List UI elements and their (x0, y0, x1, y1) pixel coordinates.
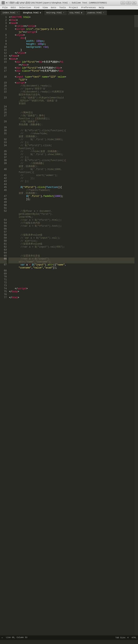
editor[interactable]: 1234567891011121314151617181920212223242… (0, 15, 138, 636)
tab-yuansu-html[interactable]: yuansu.html× (85, 10, 107, 15)
code-line[interactable]: // $("#first").click(function(){ (8, 129, 135, 132)
code-line[interactable]: $("#first").click(function(){ (8, 186, 135, 189)
menu-selection[interactable]: Selection (18, 6, 32, 9)
code-line-wrap[interactable]: function（）{实际内容}); (8, 117, 135, 120)
code-line-wrap[interactable]: ></div> (8, 64, 135, 66)
code-line[interactable]: //var a = $("#first").html(); (8, 219, 135, 222)
code-line[interactable]: <body> (8, 58, 135, 61)
code-line-wrap[interactable]: ,找到id=""的那行代码.'选择器'非 (8, 100, 135, 102)
code-line[interactable]: //var a = $("input"). (8, 258, 135, 260)
code-line[interactable]: <head> (8, 22, 135, 25)
code-line[interactable] (8, 248, 135, 252)
code-line-wrap[interactable]: js"></script> (8, 31, 135, 34)
code-line[interactable]: </head> (8, 55, 135, 58)
code-line[interactable]: //$(document).ready(); (8, 84, 135, 88)
code-line[interactable]: //'jquery'同等于'$' (8, 88, 135, 90)
code-line[interactable]: // }); (8, 180, 135, 183)
code-line[interactable] (8, 293, 135, 296)
code-area[interactable]: <!DOCTYPE html><html><head> <title></tit… (8, 15, 135, 636)
code-line[interactable]: // var a = $("input").val(); (8, 236, 135, 240)
code-line[interactable] (8, 106, 135, 108)
tab-donghua-html[interactable]: donghua.html (21, 10, 44, 15)
code-line-wrap[interactable]: > (8, 72, 135, 76)
code-line[interactable]: // //回调函数( (8, 162, 135, 165)
code-line-wrap[interactable]: 常强悍 (8, 102, 135, 106)
code-line-wrap[interactable]: 速度，回调函数)； (8, 192, 135, 195)
code-line[interactable]: //$(document).ready():代表网页加 (8, 90, 135, 94)
code-line[interactable]: <script src="./js/jquery-3.1.1.min. (8, 28, 135, 31)
status-line-col[interactable]: Line 66, Column 53 (6, 636, 27, 639)
code-line[interactable]: var a = $("input").attr({"name", (8, 264, 135, 266)
code-line-wrap[interactable]: 速度，回调函数)； (8, 165, 135, 168)
code-line-wrap[interactable]: "usename","value","asad"}); (8, 266, 135, 270)
tab-close-icon[interactable]: × (17, 12, 18, 14)
code-line[interactable]: } (8, 49, 135, 52)
code-line[interactable]: // alert('women'); (8, 174, 135, 177)
code-line[interactable] (8, 207, 135, 210)
code-line[interactable] (8, 231, 135, 234)
code-line[interactable]: //提取表单value值 (8, 234, 135, 236)
code-line-wrap[interactable]: function(){ (8, 171, 135, 174)
code-line[interactable]: }); (8, 198, 135, 201)
menu-edit[interactable]: Edit (9, 6, 17, 9)
menu-help[interactable]: Help (97, 6, 106, 9)
code-line[interactable]: <div id="first1">今天天气很好</div> (8, 66, 135, 70)
code-line-wrap[interactable]: 系统函数（函数参数)： (8, 123, 135, 126)
status-syntax[interactable]: HTML (132, 637, 137, 639)
code-line[interactable]: // $('.first').hide(1000); (8, 138, 135, 141)
tab-close-icon[interactable]: × (103, 12, 104, 14)
code-line[interactable]: <title></title> (8, 25, 135, 28)
tab-xzq-html[interactable]: xzq.html (67, 10, 85, 15)
code-line[interactable]: //只提取文本内容 (8, 222, 135, 225)
tab-dirty-dot[interactable] (40, 12, 41, 13)
code-line[interactable] (8, 276, 135, 278)
minimap-viewport[interactable] (135, 15, 138, 27)
code-line[interactable]: //$("选择器"). (8, 120, 135, 123)
status-tab-size[interactable]: Tab Size: 4 (115, 637, 129, 639)
code-line[interactable]: <html> (8, 19, 135, 22)
code-line[interactable]: //var a = $("#first").text(); (8, 225, 135, 228)
minimap[interactable] (135, 15, 138, 636)
code-line-wrap[interactable]: innerHTML; (8, 216, 135, 219)
code-line[interactable]: </style> (8, 52, 135, 55)
code-line[interactable]: <style> (8, 34, 135, 37)
tab-close-icon[interactable]: × (63, 12, 64, 14)
code-line[interactable] (8, 270, 135, 272)
code-line[interactable]: <input type="text" name="123" value= (8, 76, 135, 78)
code-line[interactable]: // $("#first").click(function(){ (8, 159, 135, 162)
code-line[interactable]: //$("选择器"):代表getelementbyid (8, 96, 135, 100)
menu-project[interactable]: Project (67, 6, 80, 9)
code-line[interactable]: //var a = $("input").val(4567); (8, 246, 135, 248)
menu-find[interactable]: Find (32, 6, 41, 9)
code-line[interactable]: </script> (8, 287, 135, 290)
code-line-wrap[interactable]: 速度，回调函数)； (8, 135, 135, 138)
menu-tools[interactable]: Tools (58, 6, 67, 9)
code-line[interactable]: <div id="first"><h1>今天天气很好</h1 (8, 61, 135, 64)
code-line[interactable]: // $('.first').show(1000); (8, 153, 135, 156)
code-line[interactable] (8, 284, 135, 287)
code-line-wrap[interactable]: getElementById("first"). (8, 213, 135, 216)
code-line[interactable]: // }); (8, 141, 135, 144)
maximize-button[interactable]: □ (126, 1, 131, 4)
code-line[interactable]: // //show/hide( (8, 132, 135, 135)
code-line[interactable] (8, 204, 135, 207)
code-line[interactable]: //$("选择器").事件( (8, 114, 135, 117)
minimize-button[interactable]: ─ (121, 1, 125, 4)
code-line[interactable]: height: 100px; (8, 43, 135, 46)
code-line[interactable]: <div class="first">今天天气很好</div (8, 70, 135, 72)
code-line[interactable]: //fadeIn/fadeOut( (8, 189, 135, 192)
code-line-wrap[interactable]: 载完毕再执行这语句。 (8, 94, 135, 96)
status-console-icon[interactable]: ▭ (1, 636, 3, 639)
code-line[interactable]: // //hide(速度，回调函数)； (8, 150, 135, 153)
tab-dirty-dot[interactable] (81, 12, 82, 13)
menu-preferences[interactable]: Preferences (80, 6, 97, 9)
code-line[interactable]: //设置表单value值 (8, 242, 135, 246)
code-line[interactable]: //设置表单任意值 (8, 254, 135, 258)
code-line-wrap[interactable]: "123"> (8, 78, 135, 82)
code-line[interactable] (8, 108, 135, 111)
tab-index-html[interactable]: index.html× (0, 10, 21, 15)
code-line[interactable] (8, 183, 135, 186)
code-line[interactable]: $('.first').fadeOut(1000); (8, 195, 135, 198)
code-line[interactable]: //取代var a = document. (8, 210, 135, 213)
close-button[interactable]: ✕ (132, 1, 137, 4)
